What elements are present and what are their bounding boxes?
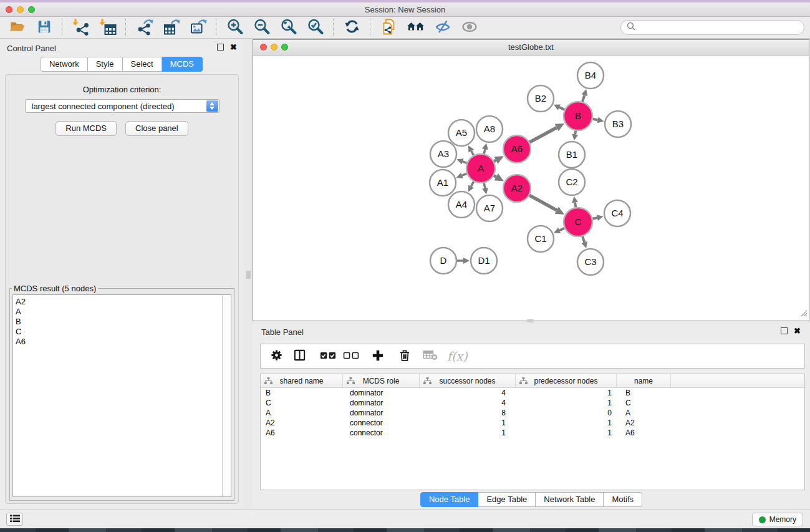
control-panel: Control Panel ✖ Network Style Select MCD… — [0, 39, 243, 510]
node-table: shared name MCDS role successor nodes pr… — [260, 374, 805, 490]
refresh-network-button[interactable] — [339, 17, 365, 37]
optimization-criterion-dropdown[interactable]: largest connected component (directed) — [25, 99, 219, 113]
close-panel-icon[interactable]: ✖ — [230, 44, 237, 51]
dropdown-selected-value: largest connected component (directed) — [32, 102, 175, 111]
graph-edge[interactable] — [494, 160, 496, 162]
delete-table-button[interactable] — [420, 347, 440, 365]
export-table-button[interactable] — [158, 17, 185, 37]
graph-edge[interactable] — [529, 195, 557, 210]
zoom-out-button[interactable] — [248, 17, 275, 37]
table-row[interactable]: Bdominator41B — [261, 388, 804, 398]
result-list-item[interactable]: A — [16, 307, 231, 317]
zoom-fit-button[interactable] — [275, 17, 302, 37]
resize-grip-icon[interactable] — [799, 308, 808, 319]
vertical-split-handle[interactable] — [246, 271, 251, 279]
table-cell: 1 — [516, 399, 617, 407]
column-header-name[interactable]: name — [617, 374, 671, 387]
select-all-button[interactable] — [318, 347, 337, 365]
network-window-titlebar[interactable]: testGlobe.txt — [253, 40, 809, 56]
table-row[interactable]: A2connector11A2 — [261, 418, 804, 428]
zoom-selected-button[interactable] — [302, 17, 329, 37]
tab-edge-table[interactable]: Edge Table — [478, 492, 536, 507]
float-panel-icon[interactable] — [781, 327, 788, 334]
export-image-button[interactable] — [185, 17, 211, 37]
tab-motifs[interactable]: Motifs — [604, 492, 642, 507]
import-network-button[interactable] — [67, 17, 94, 37]
column-header-successor-nodes[interactable]: successor nodes — [420, 374, 516, 387]
show-all-button[interactable] — [456, 17, 483, 37]
zoom-in-button[interactable] — [221, 17, 248, 37]
graph-edge[interactable] — [592, 218, 597, 219]
graph-node-label: A2 — [511, 183, 523, 193]
graph-edge[interactable] — [575, 131, 576, 135]
result-list-item[interactable]: A2 — [16, 297, 231, 307]
deselect-all-button[interactable] — [341, 347, 360, 365]
run-mcds-button[interactable]: Run MCDS — [55, 121, 117, 136]
graph-edge[interactable] — [463, 162, 467, 163]
float-panel-icon[interactable] — [217, 44, 224, 51]
graph-edge[interactable] — [559, 228, 564, 231]
column-header-shared-name[interactable]: shared name — [261, 374, 343, 387]
result-list-item[interactable]: C — [16, 327, 231, 337]
column-header-mcds-role[interactable]: MCDS role — [343, 374, 420, 387]
result-list-scrollbar[interactable] — [222, 295, 231, 496]
task-history-button[interactable] — [6, 513, 23, 526]
graph-edge-arrowhead — [582, 89, 588, 96]
horizontal-split-handle[interactable] — [527, 319, 534, 322]
add-entry-button[interactable] — [368, 347, 387, 365]
graph-edge[interactable] — [575, 203, 576, 208]
toolbar-separator — [370, 19, 371, 36]
graph-node-label: D — [440, 255, 447, 266]
graph-edge[interactable] — [529, 128, 556, 143]
column-header-filler — [671, 374, 804, 387]
network-window-title: testGlobe.txt — [253, 42, 809, 52]
graph-edge[interactable] — [494, 176, 496, 177]
tab-mcds[interactable]: MCDS — [162, 57, 203, 72]
graph-node-label: C2 — [566, 177, 577, 187]
optimization-criterion-label: Optimization criterion: — [6, 85, 238, 94]
column-header-predecessor-nodes[interactable]: predecessor nodes — [516, 374, 617, 387]
graph-edge[interactable] — [559, 107, 564, 110]
dropdown-spinner-icon — [206, 100, 218, 112]
home-button[interactable] — [402, 17, 429, 37]
tab-node-table[interactable]: Node Table — [420, 492, 479, 507]
delete-entry-button[interactable] — [395, 347, 414, 365]
graph-edge[interactable] — [471, 151, 474, 155]
table-cell: B — [261, 389, 343, 397]
search-input[interactable] — [639, 22, 804, 33]
tab-select[interactable]: Select — [123, 57, 162, 72]
refresh-icon — [344, 18, 360, 37]
close-panel-icon[interactable]: ✖ — [794, 327, 801, 334]
graph-edge[interactable] — [593, 119, 598, 120]
graph-edge[interactable] — [462, 173, 467, 175]
tab-network-table[interactable]: Network Table — [536, 492, 604, 507]
network-canvas[interactable]: B4B2BB3A8A5A6A3B1AA1C2A2A4A7C4CC1C3DD1 — [253, 56, 809, 321]
table-row[interactable]: Adominator80A — [261, 408, 804, 418]
graph-edge[interactable] — [582, 236, 584, 243]
eye-slash-icon — [434, 18, 451, 37]
mcds-result-list[interactable]: A2ABCA6 — [12, 294, 231, 497]
result-list-item[interactable]: A6 — [16, 337, 231, 347]
open-file-button[interactable] — [4, 17, 31, 37]
save-session-button[interactable] — [31, 17, 57, 37]
hide-selected-button[interactable] — [429, 17, 456, 37]
import-table-button[interactable] — [94, 17, 121, 37]
graph-node-label: A3 — [438, 148, 449, 159]
close-panel-button[interactable]: Close panel — [125, 121, 188, 136]
table-row[interactable]: A6connector11A6 — [261, 428, 804, 438]
result-list-item[interactable]: B — [16, 317, 231, 327]
graph-edge[interactable] — [484, 183, 485, 188]
tab-style[interactable]: Style — [88, 57, 123, 72]
graph-edge[interactable] — [484, 149, 485, 153]
function-builder-icon[interactable]: f(x) — [447, 349, 468, 363]
show-columns-button[interactable] — [290, 347, 309, 365]
table-settings-button[interactable] — [267, 347, 286, 365]
memory-button[interactable]: Memory — [752, 513, 803, 526]
graph-edge[interactable] — [471, 181, 474, 186]
search-field[interactable] — [620, 20, 804, 35]
new-network-from-selection-button[interactable] — [375, 17, 402, 37]
graph-edge[interactable] — [582, 95, 584, 102]
table-row[interactable]: Cdominator41C — [261, 398, 804, 408]
export-network-button[interactable] — [131, 17, 158, 37]
tab-network[interactable]: Network — [41, 57, 88, 72]
